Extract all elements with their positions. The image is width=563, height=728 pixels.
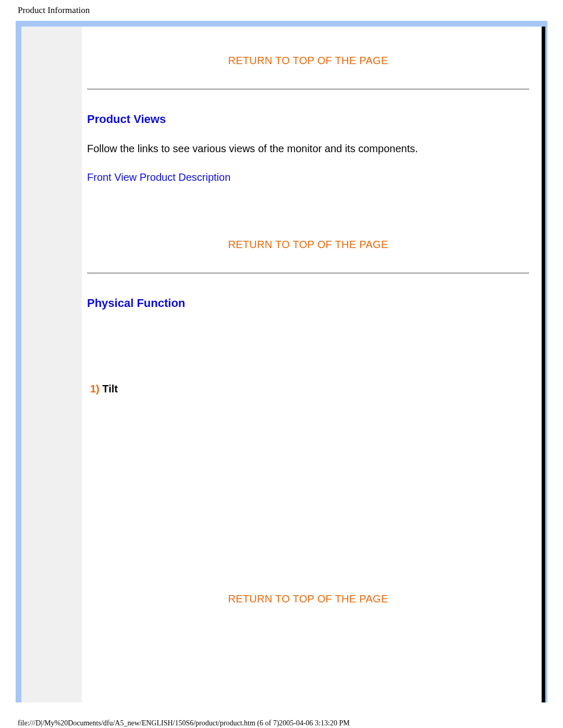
- footer-file-path: file:///D|/My%20Documents/dfu/A5_new/ENG…: [0, 702, 563, 728]
- product-views-heading: Product Views: [87, 113, 529, 126]
- tilt-item-number: 1): [90, 383, 100, 394]
- front-view-link[interactable]: Front View Product Description: [87, 171, 230, 183]
- content-row: RETURN TO TOP OF THE PAGE Product Views …: [21, 27, 542, 702]
- sidebar: [21, 27, 82, 702]
- return-to-top-link[interactable]: RETURN TO TOP OF THE PAGE: [87, 55, 529, 67]
- tilt-item-label: Tilt: [100, 383, 118, 394]
- return-to-top-link[interactable]: RETURN TO TOP OF THE PAGE: [87, 239, 529, 251]
- frame-shadow: [542, 27, 545, 702]
- page-header-title: Product Information: [0, 0, 563, 21]
- main-content: RETURN TO TOP OF THE PAGE Product Views …: [82, 27, 542, 702]
- divider: [87, 89, 529, 90]
- page-frame: RETURN TO TOP OF THE PAGE Product Views …: [16, 21, 547, 702]
- tilt-item: 1) Tilt: [90, 383, 529, 395]
- divider: [87, 273, 529, 274]
- physical-function-heading: Physical Function: [87, 297, 529, 310]
- product-views-body: Follow the links to see various views of…: [87, 142, 529, 156]
- return-to-top-link[interactable]: RETURN TO TOP OF THE PAGE: [87, 593, 529, 605]
